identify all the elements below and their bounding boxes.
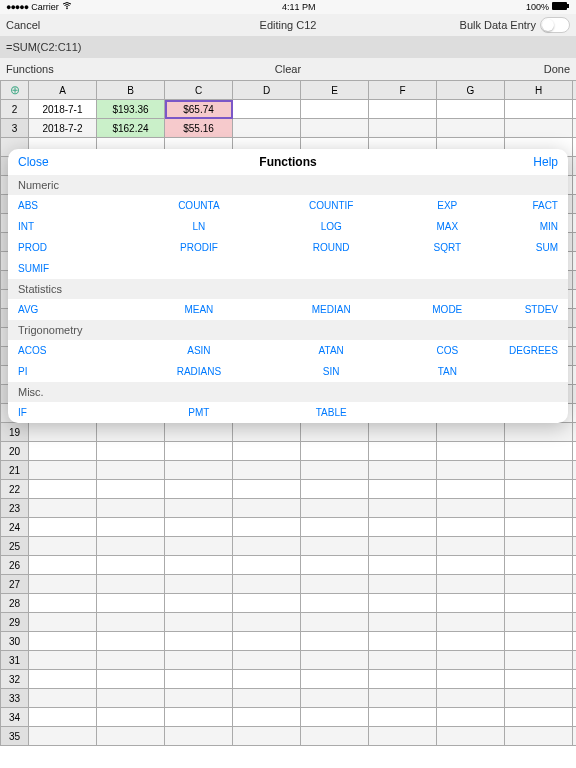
table-row[interactable]: 23 [1,499,577,518]
function-sum[interactable]: SUM [499,242,558,253]
row-header[interactable]: 35 [1,727,29,746]
function-atan[interactable]: ATAN [266,345,396,356]
col-header[interactable]: H [505,81,573,100]
row-header[interactable]: 21 [1,461,29,480]
table-row[interactable]: 28 [1,594,577,613]
function-acos[interactable]: ACOS [18,345,131,356]
col-header[interactable]: D [233,81,301,100]
cell[interactable]: 2018-7-1 [29,100,97,119]
row-header[interactable]: 29 [1,613,29,632]
function-sqrt[interactable]: SQRT [396,242,499,253]
function-fact[interactable]: FACT [499,200,558,211]
function-avg[interactable]: AVG [18,304,131,315]
row-header[interactable]: 33 [1,689,29,708]
formula-bar[interactable]: =SUM(C2:C11) [0,36,576,58]
function-row: ACOSASINATANCOSDEGREES [8,340,568,361]
row-header[interactable]: 34 [1,708,29,727]
section-header: Trigonometry [8,320,568,340]
bulk-toggle[interactable] [540,17,570,33]
cancel-button[interactable]: Cancel [6,19,40,31]
table-row[interactable]: 27 [1,575,577,594]
table-row[interactable]: 2 2018-7-1 $193.36 $65.74 [1,100,577,119]
row-header[interactable]: 19 [1,423,29,442]
cell[interactable]: $162.24 [97,119,165,138]
table-row[interactable]: 35 [1,727,577,746]
clear-button[interactable]: Clear [0,63,576,75]
help-button[interactable]: Help [533,155,558,169]
svg-point-0 [66,8,68,10]
row-header[interactable]: 25 [1,537,29,556]
function-row: PIRADIANSSINTAN [8,361,568,382]
cell[interactable]: $55.16 [165,119,233,138]
status-bar: ●●●●● Carrier 4:11 PM 100% [0,0,576,14]
function-abs[interactable]: ABS [18,200,131,211]
function-if[interactable]: IF [18,407,131,418]
cell[interactable]: $193.36 [97,100,165,119]
table-row[interactable]: 24 [1,518,577,537]
table-row[interactable]: 3 2018-7-2 $162.24 $55.16 [1,119,577,138]
table-row[interactable]: 30 [1,632,577,651]
table-row[interactable]: 25 [1,537,577,556]
table-row[interactable]: 19 [1,423,577,442]
table-row[interactable]: 32 [1,670,577,689]
function-exp[interactable]: EXP [396,200,499,211]
cell[interactable]: $65.74 [165,100,233,119]
function-row: INTLNLOGMAXMIN [8,216,568,237]
table-row[interactable]: 33 [1,689,577,708]
function-pmt[interactable]: PMT [131,407,266,418]
row-header[interactable]: 23 [1,499,29,518]
function-int[interactable]: INT [18,221,131,232]
table-row[interactable]: 29 [1,613,577,632]
row-header[interactable]: 28 [1,594,29,613]
table-row[interactable]: 26 [1,556,577,575]
row-header[interactable]: 27 [1,575,29,594]
function-prodif[interactable]: PRODIF [131,242,266,253]
function-max[interactable]: MAX [396,221,499,232]
col-header[interactable]: G [437,81,505,100]
battery-icon [552,2,570,12]
function-cos[interactable]: COS [396,345,499,356]
function-prod[interactable]: PROD [18,242,131,253]
function-tan[interactable]: TAN [396,366,499,377]
row-header[interactable]: 26 [1,556,29,575]
function-counta[interactable]: COUNTA [131,200,266,211]
close-button[interactable]: Close [18,155,49,169]
add-icon[interactable]: ⊕ [1,81,29,100]
row-header[interactable]: 31 [1,651,29,670]
col-header[interactable]: A [29,81,97,100]
function-median[interactable]: MEDIAN [266,304,396,315]
col-header[interactable]: E [301,81,369,100]
function-log[interactable]: LOG [266,221,396,232]
row-header[interactable]: 32 [1,670,29,689]
col-header[interactable]: F [369,81,437,100]
row-header[interactable]: 20 [1,442,29,461]
col-header[interactable]: B [97,81,165,100]
function-sin[interactable]: SIN [266,366,396,377]
function-min[interactable]: MIN [499,221,558,232]
table-row[interactable]: 20 [1,442,577,461]
function-stdev[interactable]: STDEV [499,304,558,315]
row-header[interactable]: 3 [1,119,29,138]
function-pi[interactable]: PI [18,366,131,377]
table-row[interactable]: 34 [1,708,577,727]
row-header[interactable]: 2 [1,100,29,119]
function-ln[interactable]: LN [131,221,266,232]
row-header[interactable]: 24 [1,518,29,537]
function-countif[interactable]: COUNTIF [266,200,396,211]
row-header[interactable]: 22 [1,480,29,499]
col-header[interactable]: C [165,81,233,100]
function-round[interactable]: ROUND [266,242,396,253]
cell[interactable]: 2018-7-2 [29,119,97,138]
table-row[interactable]: 22 [1,480,577,499]
table-row[interactable]: 31 [1,651,577,670]
function-asin[interactable]: ASIN [131,345,266,356]
function-mean[interactable]: MEAN [131,304,266,315]
function-sumif[interactable]: SUMIF [18,263,131,274]
row-header[interactable]: 30 [1,632,29,651]
column-header-row: ⊕ A B C D E F G H [1,81,577,100]
function-degrees[interactable]: DEGREES [499,345,558,356]
function-mode[interactable]: MODE [396,304,499,315]
function-table[interactable]: TABLE [266,407,396,418]
table-row[interactable]: 21 [1,461,577,480]
function-radians[interactable]: RADIANS [131,366,266,377]
